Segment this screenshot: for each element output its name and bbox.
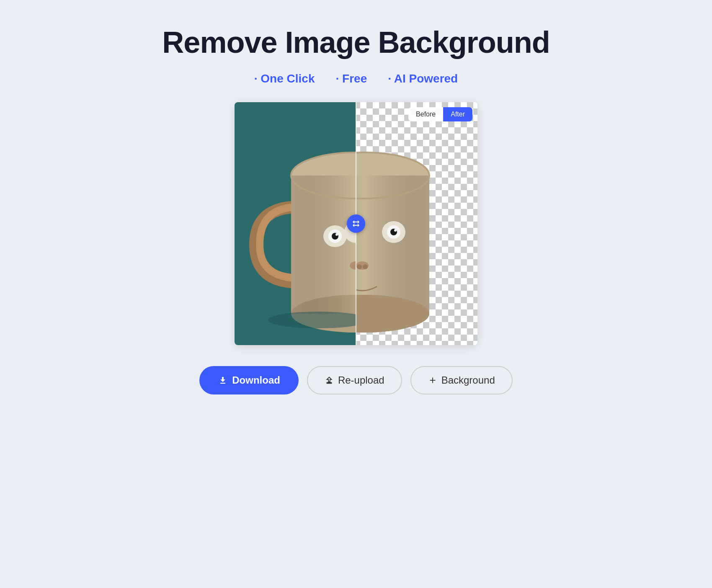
reupload-icon bbox=[325, 376, 334, 385]
svg-point-11 bbox=[394, 229, 397, 232]
page-title: Remove Image Background bbox=[162, 25, 549, 59]
background-button[interactable]: Background bbox=[410, 366, 513, 395]
before-image bbox=[235, 102, 356, 345]
tab-before[interactable]: Before bbox=[408, 107, 443, 121]
features-row: · One Click · Free · AI Powered bbox=[254, 72, 458, 85]
arrows-horizontal-icon bbox=[351, 219, 361, 229]
svg-point-13 bbox=[357, 264, 362, 269]
svg-point-18 bbox=[410, 214, 411, 216]
action-buttons-row: Download Re-upload Background bbox=[199, 366, 513, 395]
download-icon bbox=[218, 375, 228, 385]
svg-point-19 bbox=[380, 198, 382, 199]
plus-icon bbox=[428, 376, 437, 385]
svg-point-31 bbox=[268, 312, 356, 328]
svg-point-27 bbox=[335, 233, 338, 236]
feature-free: · Free bbox=[336, 72, 367, 85]
svg-point-14 bbox=[363, 264, 368, 269]
image-comparison: Before After bbox=[235, 102, 477, 345]
download-button[interactable]: Download bbox=[199, 366, 299, 395]
feature-ai-powered: · AI Powered bbox=[388, 72, 458, 85]
tab-after[interactable]: After bbox=[443, 107, 472, 121]
before-after-tabs: Before After bbox=[408, 107, 472, 121]
feature-one-click: · One Click bbox=[254, 72, 315, 85]
comparison-slider-handle[interactable] bbox=[347, 214, 365, 233]
reupload-button[interactable]: Re-upload bbox=[307, 366, 402, 395]
